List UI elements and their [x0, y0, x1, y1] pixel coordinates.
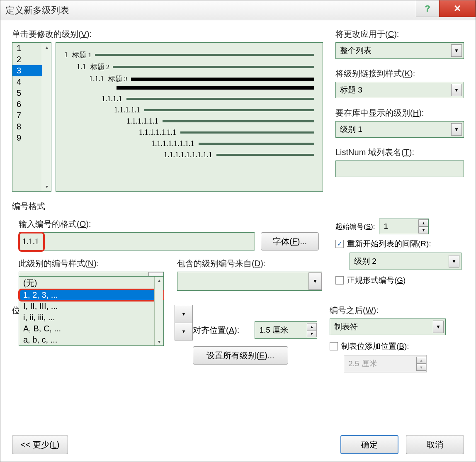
- level-item-4[interactable]: 4: [12, 76, 42, 88]
- preview-line: 1.1.1.1.1.1.1.1: [64, 139, 314, 148]
- chevron-down-icon: ▼: [449, 255, 459, 267]
- spinner-down-icon: ▼: [416, 364, 426, 371]
- legal-format-checkbox[interactable]: [335, 276, 344, 284]
- preview-line: 1.1.1.1.1: [64, 106, 314, 114]
- level-item-2[interactable]: 2: [12, 54, 42, 65]
- link-style-label: 将级别链接到样式(K):: [335, 68, 464, 79]
- number-format-input[interactable]: 1.1.1: [19, 232, 255, 250]
- chevron-down-icon: ▼: [175, 323, 192, 340]
- chevron-down-icon: ▼: [175, 305, 192, 323]
- number-style-label: 此级别的编号样式(N):: [19, 258, 165, 269]
- scroll-down-icon[interactable]: ▾: [46, 184, 48, 190]
- listnum-input[interactable]: [335, 160, 464, 177]
- preview-line: 1.1标题 2: [64, 62, 314, 72]
- include-from-select[interactable]: ▼: [177, 272, 322, 291]
- chevron-down-icon: ▼: [451, 123, 462, 136]
- spinner-up-icon: ▲: [416, 357, 426, 364]
- followed-by-label: 编号之后(W):: [330, 305, 458, 316]
- tab-stop-label: 制表位添加位置(B):: [341, 341, 409, 352]
- listnum-label: ListNum 域列表名(T):: [335, 147, 464, 158]
- level-item-3[interactable]: 3: [12, 65, 42, 76]
- apply-changes-select[interactable]: 整个列表 ▼: [335, 42, 464, 59]
- chevron-down-icon: ▼: [451, 44, 462, 57]
- cancel-button[interactable]: 取消: [406, 435, 464, 454]
- number-style-option[interactable]: I, II, III, ...: [19, 301, 163, 312]
- level-item-7[interactable]: 7: [12, 110, 42, 121]
- level-listbox[interactable]: 123456789 ▴ ▾: [12, 42, 51, 192]
- enter-format-label: 输入编号的格式(O):: [19, 219, 323, 230]
- align-at-label: 对齐位置(A):: [193, 325, 248, 336]
- spinner-down-icon[interactable]: ▼: [418, 226, 428, 233]
- show-gallery-select[interactable]: 级别 1 ▼: [335, 121, 464, 138]
- level-item-6[interactable]: 6: [12, 99, 42, 110]
- preview-line: 1.1.1.1.1.1.1: [64, 128, 314, 137]
- spinner-up-icon[interactable]: ▲: [307, 323, 317, 330]
- level-item-9[interactable]: 9: [12, 132, 42, 143]
- legal-format-label: 正规形式编号(G): [347, 275, 406, 286]
- close-button[interactable]: ✕: [439, 0, 476, 17]
- scroll-down-icon[interactable]: ▾: [158, 339, 160, 345]
- level-item-5[interactable]: 5: [12, 88, 42, 99]
- restart-checkbox[interactable]: ✓: [335, 240, 344, 248]
- chevron-down-icon: ▼: [451, 84, 462, 96]
- less-button[interactable]: << 更少(L): [12, 435, 68, 454]
- align-at-spinner[interactable]: 1.5 厘米 ▲ ▼: [255, 321, 317, 339]
- preview-line: 1.1.1.1.1.1: [64, 117, 314, 126]
- font-button[interactable]: 字体(F)...: [261, 232, 319, 250]
- preview-line: 1.1.1.1.1.1.1.1.1: [64, 151, 314, 159]
- scrollbar[interactable]: ▴ ▾: [42, 43, 51, 191]
- start-at-spinner[interactable]: 1 ▲ ▼: [379, 219, 429, 234]
- scrollbar[interactable]: ▴ ▾: [154, 277, 163, 345]
- click-level-label: 单击要修改的级别(V):: [12, 29, 323, 40]
- spinner-up-icon[interactable]: ▲: [418, 219, 428, 226]
- partial-select-obscured[interactable]: ▼ ▼: [175, 305, 193, 340]
- number-style-option[interactable]: (无): [19, 277, 163, 289]
- number-style-option[interactable]: i, ii, iii, ...: [19, 312, 163, 323]
- include-from-label: 包含的级别编号来自(D):: [177, 258, 323, 269]
- chevron-down-icon: ▼: [308, 272, 322, 290]
- start-at-label: 起始编号(S):: [335, 222, 375, 231]
- followed-by-select[interactable]: 制表符 ▼: [330, 319, 446, 335]
- dialog-footer: << 更少(L) 确定 取消: [0, 429, 476, 462]
- number-style-option[interactable]: a, b, c, ...: [19, 334, 163, 345]
- dialog-body: 单击要修改的级别(V): 123456789 ▴ ▾ 1标题 11.1标题 21…: [0, 20, 476, 429]
- set-all-levels-button[interactable]: 设置所有级别(E)...: [193, 346, 288, 365]
- titlebar: 定义新多级列表 ? ✕: [0, 0, 476, 20]
- dialog-title: 定义新多级列表: [5, 4, 69, 17]
- apply-changes-label: 将更改应用于(C):: [335, 29, 464, 40]
- define-multilevel-list-dialog: 定义新多级列表 ? ✕ 单击要修改的级别(V): 123456789 ▴ ▾: [0, 0, 476, 462]
- number-format-group-label: 编号格式: [12, 201, 464, 212]
- restart-after-select[interactable]: 级别 2 ▼: [350, 253, 461, 270]
- scroll-up-icon[interactable]: ▴: [46, 44, 48, 50]
- level-item-1[interactable]: 1: [12, 43, 42, 54]
- tab-stop-spinner: 2.5 厘米 ▲ ▼: [344, 355, 427, 372]
- restart-checkbox-label: 重新开始列表的间隔(R):: [347, 238, 431, 249]
- help-button[interactable]: ?: [416, 0, 439, 17]
- chevron-down-icon: ▼: [433, 321, 444, 333]
- preview-line: 1标题 1: [64, 50, 314, 60]
- link-style-select[interactable]: 标题 3 ▼: [335, 82, 464, 98]
- tab-stop-checkbox[interactable]: [330, 342, 338, 350]
- preview-pane: 1标题 11.1标题 21.1.1标题 31.1.1.11.1.1.1.11.1…: [56, 42, 323, 192]
- show-gallery-label: 要在库中显示的级别(H):: [335, 107, 464, 119]
- preview-line: 1.1.1.1: [64, 95, 314, 103]
- number-style-option[interactable]: A, B, C, ...: [19, 323, 163, 334]
- number-style-option[interactable]: 1, 2, 3, ...: [18, 289, 164, 302]
- ok-button[interactable]: 确定: [340, 435, 398, 454]
- preview-line: 1.1.1标题 3: [64, 74, 314, 84]
- number-style-dropdown[interactable]: (无)1, 2, 3, ...I, II, III, ...i, ii, iii…: [19, 276, 164, 346]
- scroll-up-icon[interactable]: ▴: [158, 277, 160, 283]
- level-item-8[interactable]: 8: [12, 121, 42, 132]
- preview-line: [64, 86, 314, 90]
- spinner-down-icon[interactable]: ▼: [307, 330, 317, 337]
